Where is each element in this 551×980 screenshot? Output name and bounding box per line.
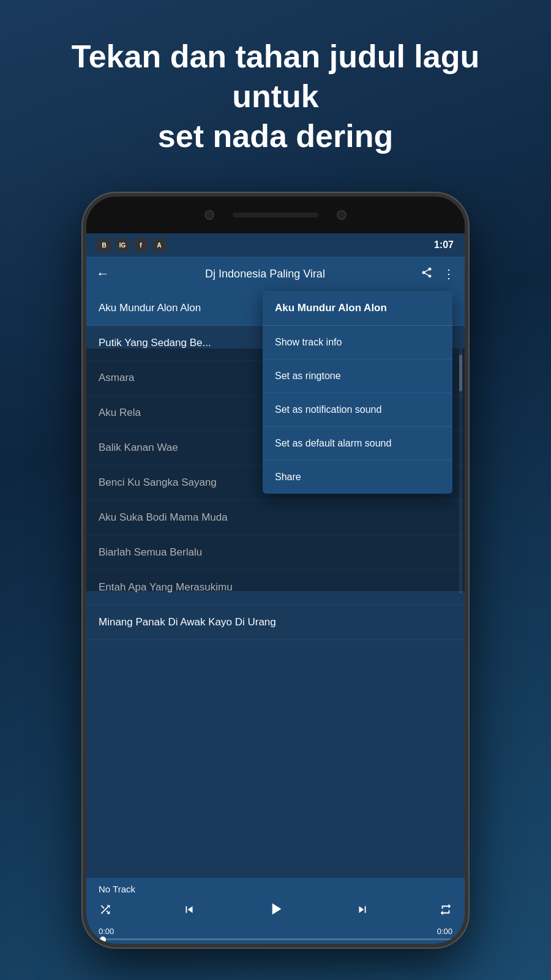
- scrollbar-thumb[interactable]: [459, 355, 462, 391]
- player-time-total: 0:00: [437, 927, 452, 936]
- status-bar: B IG f A 1:07: [86, 233, 465, 257]
- context-menu: Aku Mundur Alon Alon Show track info Set…: [263, 291, 452, 494]
- status-icon-a: A: [152, 238, 166, 252]
- status-icon-f: f: [134, 238, 148, 252]
- speaker-bar: [233, 213, 318, 217]
- player-times: 0:00 0:00: [99, 927, 452, 936]
- context-menu-header: Aku Mundur Alon Alon: [263, 291, 452, 326]
- scrollbar-track[interactable]: [459, 349, 462, 594]
- next-button[interactable]: [356, 903, 369, 920]
- page-title: Tekan dan tahan judul lagu untuk set nad…: [0, 0, 551, 181]
- phone-body: B IG f A 1:07 ← Dj Indonesia Paling Vira…: [83, 193, 468, 948]
- status-icons: B IG f A: [97, 238, 166, 252]
- player-progress-bar[interactable]: [99, 938, 452, 940]
- song-list: Aku Mundur Alon Alon Putik Yang Sedang B…: [86, 291, 465, 640]
- prev-button[interactable]: [182, 903, 196, 920]
- context-menu-set-alarm[interactable]: Set as default alarm sound: [263, 427, 452, 461]
- player-bar: No Track: [86, 878, 465, 944]
- status-time: 1:07: [434, 239, 454, 251]
- camera-left: [204, 210, 214, 220]
- shuffle-button[interactable]: [99, 903, 112, 920]
- context-menu-share[interactable]: Share: [263, 461, 452, 494]
- phone-screen: B IG f A 1:07 ← Dj Indonesia Paling Vira…: [86, 233, 465, 944]
- share-icon[interactable]: [421, 266, 433, 282]
- context-menu-show-track-info[interactable]: Show track info: [263, 326, 452, 360]
- song-item-7[interactable]: Aku Suka Bodi Mama Muda: [86, 500, 465, 535]
- phone-top-bar: [86, 197, 465, 233]
- player-time-current: 0:00: [99, 927, 114, 936]
- status-icon-ig: IG: [116, 238, 129, 252]
- song-item-9[interactable]: Entah Apa Yang Merasukimu: [86, 570, 465, 605]
- context-menu-set-notification[interactable]: Set as notification sound: [263, 393, 452, 427]
- context-menu-set-ringtone[interactable]: Set as ringtone: [263, 360, 452, 393]
- player-track-name: No Track: [99, 884, 452, 894]
- play-button[interactable]: [266, 899, 285, 923]
- app-toolbar: ← Dj Indonesia Paling Viral ⋮: [86, 257, 465, 291]
- more-options-icon[interactable]: ⋮: [443, 266, 455, 281]
- phone-mockup: B IG f A 1:07 ← Dj Indonesia Paling Vira…: [0, 193, 551, 948]
- toolbar-icons: ⋮: [421, 266, 455, 282]
- camera-right: [337, 210, 347, 220]
- player-controls: [99, 899, 452, 923]
- player-progress-dot[interactable]: [100, 937, 106, 943]
- toolbar-title: Dj Indonesia Paling Viral: [117, 268, 413, 281]
- song-item-8[interactable]: Biarlah Semua Berlalu: [86, 535, 465, 570]
- back-button[interactable]: ←: [96, 266, 110, 282]
- status-icon-b: B: [97, 238, 111, 252]
- volume-button[interactable]: [465, 429, 468, 478]
- repeat-button[interactable]: [439, 903, 452, 920]
- song-item-10[interactable]: Minang Panak Di Awak Kayo Di Urang: [86, 605, 465, 640]
